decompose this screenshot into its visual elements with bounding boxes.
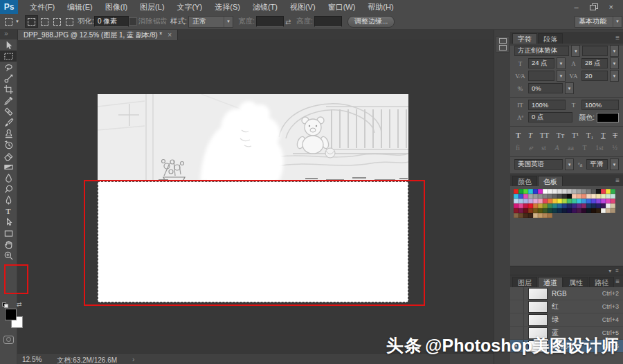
color-swatch[interactable] bbox=[528, 208, 533, 213]
menu-item-0[interactable]: 文件(F) bbox=[24, 0, 61, 14]
color-swatch[interactable] bbox=[557, 199, 562, 203]
color-swatch[interactable] bbox=[552, 199, 557, 203]
color-swatch[interactable] bbox=[596, 194, 601, 199]
visibility-toggle[interactable] bbox=[510, 300, 524, 313]
feather-input[interactable]: 0 像素 bbox=[94, 16, 129, 27]
height-input[interactable] bbox=[314, 16, 342, 27]
swap-dimensions-icon[interactable]: ⇄ bbox=[285, 18, 291, 26]
tab-channels[interactable]: 通道 bbox=[538, 277, 563, 287]
color-swatch[interactable] bbox=[538, 213, 543, 218]
char-style-button-4[interactable]: T¹ bbox=[572, 130, 579, 140]
opentype-button-2[interactable]: st bbox=[541, 143, 546, 153]
font-style-dropdown[interactable] bbox=[582, 46, 608, 56]
char-style-button-0[interactable]: T bbox=[516, 130, 521, 140]
color-swatch[interactable] bbox=[572, 208, 577, 213]
language-dropdown[interactable]: 美国英语 bbox=[514, 159, 563, 170]
panel-menu-icon[interactable]: ≡ bbox=[615, 278, 620, 285]
opentype-button-5[interactable]: T bbox=[583, 143, 587, 153]
menu-item-9[interactable]: 帮助(H) bbox=[361, 0, 399, 14]
color-swatch[interactable] bbox=[543, 213, 548, 218]
color-swatch[interactable] bbox=[548, 199, 552, 203]
color-swatch[interactable] bbox=[591, 203, 596, 208]
visibility-toggle[interactable] bbox=[510, 313, 524, 326]
horizontal-scale-input[interactable]: 100% bbox=[581, 100, 619, 110]
color-swatch[interactable] bbox=[572, 199, 577, 203]
color-swatch[interactable] bbox=[606, 199, 611, 203]
antialias-dropdown[interactable]: 平滑 bbox=[586, 159, 608, 170]
menu-item-3[interactable]: 图层(L) bbox=[134, 0, 170, 14]
eyedropper-tool[interactable] bbox=[0, 95, 17, 106]
zoom-tool[interactable] bbox=[0, 250, 17, 261]
visibility-toggle[interactable] bbox=[510, 287, 524, 300]
color-swatch[interactable] bbox=[528, 199, 533, 203]
color-swatch[interactable] bbox=[581, 189, 586, 194]
swap-colors-icon[interactable]: ⇄ bbox=[17, 301, 22, 308]
color-swatch[interactable] bbox=[518, 194, 523, 199]
color-swatch[interactable] bbox=[543, 194, 548, 199]
crop-tool[interactable] bbox=[0, 84, 17, 95]
dodge-tool[interactable] bbox=[0, 183, 17, 194]
eraser-tool[interactable] bbox=[0, 150, 17, 161]
color-swatch[interactable] bbox=[611, 189, 615, 194]
color-swatch[interactable] bbox=[601, 203, 606, 208]
color-swatch[interactable] bbox=[606, 189, 611, 194]
foreground-color-swatch[interactable] bbox=[5, 309, 17, 320]
panel-collapse-icon[interactable]: » bbox=[4, 30, 8, 37]
color-swatch[interactable] bbox=[581, 199, 586, 203]
color-swatch[interactable] bbox=[567, 203, 572, 208]
color-swatch[interactable] bbox=[538, 208, 543, 213]
color-swatch[interactable] bbox=[548, 194, 552, 199]
leading-dropdown[interactable]: 28 点 bbox=[581, 58, 608, 69]
clone-stamp-tool[interactable] bbox=[0, 128, 17, 139]
color-swatch[interactable] bbox=[562, 189, 567, 194]
opentype-button-1[interactable]: ℯ bbox=[529, 143, 533, 153]
color-swatch[interactable] bbox=[543, 199, 548, 203]
baseline-shift-input[interactable]: 0 点 bbox=[528, 112, 572, 122]
color-swatch[interactable] bbox=[518, 199, 523, 203]
color-swatch[interactable] bbox=[523, 213, 528, 218]
tab-color[interactable]: 颜色 bbox=[512, 176, 537, 186]
font-size-dropdown[interactable]: 24 点 bbox=[528, 58, 554, 69]
channel-row-绿[interactable]: 绿Ctrl+4 bbox=[510, 313, 623, 327]
color-swatch[interactable] bbox=[596, 203, 601, 208]
color-swatch[interactable] bbox=[577, 189, 581, 194]
color-swatch[interactable] bbox=[611, 208, 615, 213]
color-swatch[interactable] bbox=[591, 194, 596, 199]
color-swatch[interactable] bbox=[552, 203, 557, 208]
color-swatch[interactable] bbox=[611, 199, 615, 203]
default-colors-icon[interactable] bbox=[2, 302, 8, 308]
color-swatch[interactable] bbox=[606, 194, 611, 199]
color-swatch[interactable] bbox=[548, 203, 552, 208]
char-style-button-7[interactable]: T bbox=[613, 130, 617, 140]
char-style-button-3[interactable]: Tᴛ bbox=[557, 130, 565, 140]
opentype-button-4[interactable]: aa bbox=[568, 143, 574, 153]
color-swatch[interactable] bbox=[567, 194, 572, 199]
color-swatch[interactable] bbox=[557, 208, 562, 213]
color-swatch[interactable] bbox=[543, 189, 548, 194]
menu-item-5[interactable]: 选择(S) bbox=[208, 0, 246, 14]
color-swatch[interactable] bbox=[596, 208, 601, 213]
color-swatch[interactable] bbox=[581, 203, 586, 208]
refine-edge-button[interactable]: 调整边缘... bbox=[347, 16, 395, 28]
color-swatch[interactable] bbox=[552, 194, 557, 199]
path-selection-tool[interactable] bbox=[0, 217, 17, 228]
intersect-selection-button[interactable] bbox=[64, 16, 75, 27]
width-input[interactable] bbox=[256, 16, 284, 27]
color-swatch[interactable] bbox=[572, 203, 577, 208]
color-swatch[interactable] bbox=[538, 203, 543, 208]
tracking-dropdown[interactable]: 20 bbox=[581, 71, 608, 81]
rectangle-tool[interactable] bbox=[0, 228, 17, 239]
color-swatch[interactable] bbox=[586, 189, 591, 194]
brush-tool[interactable] bbox=[0, 117, 17, 128]
color-swatch[interactable] bbox=[523, 203, 528, 208]
quick-selection-tool[interactable] bbox=[0, 73, 17, 84]
color-swatch[interactable] bbox=[562, 194, 567, 199]
color-swatch[interactable] bbox=[601, 189, 606, 194]
char-style-button-2[interactable]: TT bbox=[540, 130, 549, 140]
tab-layers[interactable]: 图层 bbox=[512, 277, 537, 287]
style-dropdown[interactable]: 正常▼ bbox=[188, 16, 233, 28]
tab-close-icon[interactable]: × bbox=[168, 31, 172, 39]
panel-menu-icon[interactable]: ≡ bbox=[615, 35, 620, 42]
tool-preset-icon[interactable]: ▼ bbox=[5, 14, 19, 29]
vertical-scale-input[interactable]: 100% bbox=[528, 100, 566, 110]
